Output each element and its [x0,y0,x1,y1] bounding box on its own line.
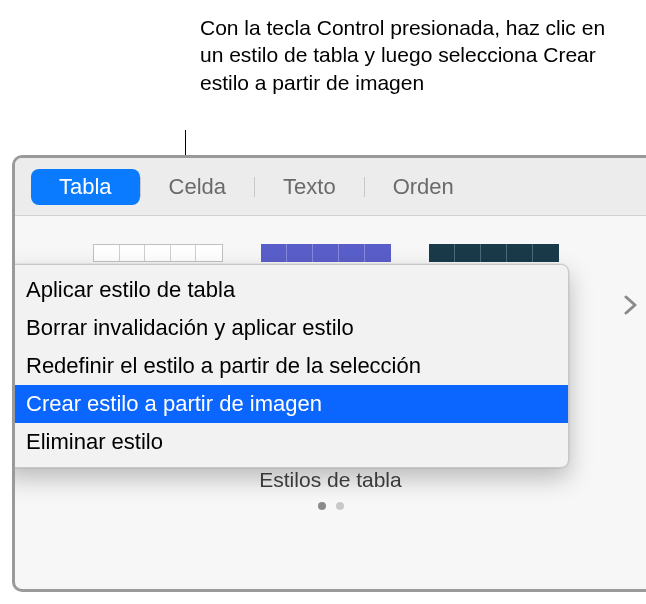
page-indicator [15,502,646,510]
menu-item-apply-style[interactable]: Aplicar estilo de tabla [12,271,568,309]
callout-text: Con la tecla Control presionada, haz cli… [200,14,620,96]
chevron-right-icon[interactable] [624,290,638,322]
inspector-panel: Tabla Celda Texto Orden [12,155,646,592]
table-styles-area: Aplicar estilo de tabla Borrar invalidac… [15,216,646,272]
table-style-thumbnail-3[interactable] [429,244,559,262]
tab-orden[interactable]: Orden [365,169,482,205]
style-thumbnail-row [35,244,626,262]
menu-item-create-style-from-image[interactable]: Crear estilo a partir de imagen [12,385,568,423]
menu-item-clear-override[interactable]: Borrar invalidación y aplicar estilo [12,309,568,347]
page-dot-2[interactable] [336,502,344,510]
tab-celda[interactable]: Celda [141,169,254,205]
menu-item-delete-style[interactable]: Eliminar estilo [12,423,568,461]
table-style-thumbnail-1[interactable] [93,244,223,262]
styles-section-label: Estilos de tabla [15,468,646,492]
page-dot-1[interactable] [318,502,326,510]
tab-tabla[interactable]: Tabla [31,169,140,205]
menu-item-redefine-style[interactable]: Redefinir el estilo a partir de la selec… [12,347,568,385]
tab-bar: Tabla Celda Texto Orden [15,158,646,216]
table-style-thumbnail-2[interactable] [261,244,391,262]
context-menu: Aplicar estilo de tabla Borrar invalidac… [12,264,569,468]
tab-texto[interactable]: Texto [255,169,364,205]
